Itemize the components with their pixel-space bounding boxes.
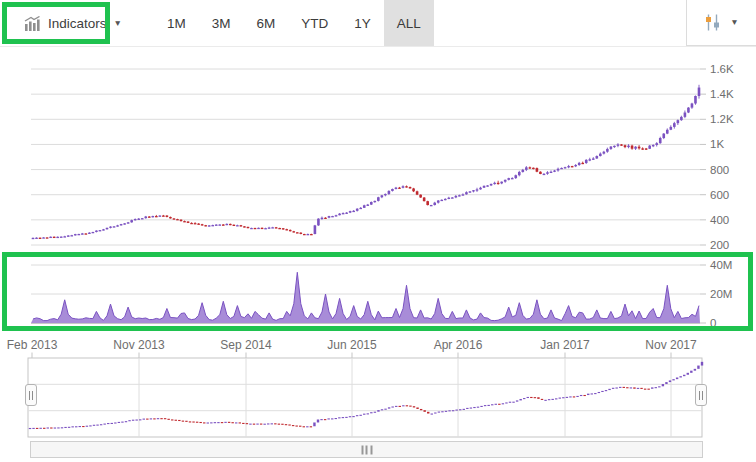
- scrollbar-grip[interactable]: [361, 445, 372, 454]
- period-selector: 1M3M6MYTD1YALL: [154, 0, 434, 46]
- svg-text:600: 600: [710, 189, 729, 201]
- range-navigator-left-handle[interactable]: [25, 384, 37, 406]
- indicators-label: Indicators: [48, 16, 107, 31]
- toolbar: Indicators ▼ 1M3M6MYTD1YALL ▼: [0, 0, 756, 47]
- svg-text:Nov 2013: Nov 2013: [113, 338, 165, 352]
- svg-text:Nov 2017: Nov 2017: [645, 338, 697, 352]
- svg-text:Apr 2016: Apr 2016: [434, 338, 483, 352]
- stock-chart-canvas: 1.6K1.4K1.2K1K80060040020040M20M0Feb 201…: [0, 0, 756, 462]
- range-navigator-right-handle[interactable]: [695, 384, 707, 406]
- period-button-ytd[interactable]: YTD: [288, 0, 341, 46]
- x-axis-labels: Feb 2013Nov 2013Sep 2014Jun 2015Apr 2016…: [7, 338, 697, 352]
- svg-text:200: 200: [710, 239, 729, 251]
- period-button-all[interactable]: ALL: [384, 0, 434, 46]
- svg-text:Jan 2017: Jan 2017: [540, 338, 590, 352]
- candlestick-series: [32, 85, 701, 239]
- svg-text:800: 800: [710, 164, 729, 176]
- period-button-6m[interactable]: 6M: [243, 0, 288, 46]
- svg-text:400: 400: [710, 214, 729, 226]
- volume-axis-labels: 40M20M0: [710, 259, 732, 329]
- trendline-settings-icon: [704, 14, 721, 31]
- period-button-1y[interactable]: 1Y: [341, 0, 384, 46]
- svg-text:1.2K: 1.2K: [710, 113, 734, 125]
- svg-text:1K: 1K: [710, 138, 724, 150]
- price-gridlines: [31, 69, 706, 245]
- svg-text:20M: 20M: [710, 288, 732, 300]
- volume-series: [31, 272, 700, 323]
- indicator-chart-icon: [24, 16, 41, 31]
- svg-text:Jun 2015: Jun 2015: [327, 338, 377, 352]
- svg-text:Feb 2013: Feb 2013: [7, 338, 58, 352]
- indicators-button[interactable]: Indicators ▼: [14, 0, 132, 46]
- settings-button[interactable]: ▼: [686, 0, 756, 46]
- chevron-down-icon: ▼: [730, 18, 738, 27]
- svg-text:Sep 2014: Sep 2014: [220, 338, 272, 352]
- svg-text:40M: 40M: [710, 259, 732, 271]
- period-button-1m[interactable]: 1M: [154, 0, 199, 46]
- svg-text:1.4K: 1.4K: [710, 88, 734, 100]
- svg-text:1.6K: 1.6K: [710, 63, 734, 75]
- price-axis-labels: 1.6K1.4K1.2K1K800600400200: [710, 63, 734, 251]
- chevron-down-icon: ▼: [114, 19, 122, 28]
- svg-text:0: 0: [710, 317, 716, 329]
- range-navigator: [28, 353, 703, 438]
- period-button-3m[interactable]: 3M: [199, 0, 244, 46]
- range-scrollbar[interactable]: [30, 441, 703, 458]
